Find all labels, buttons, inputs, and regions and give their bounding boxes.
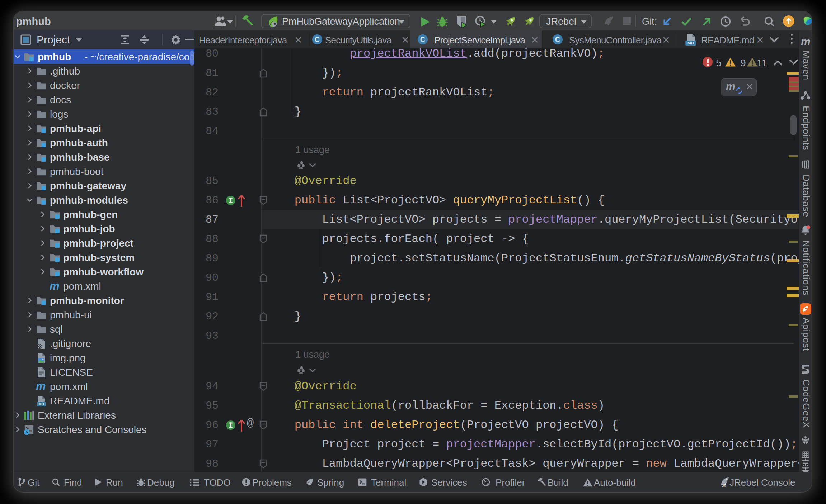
svg-text:MD: MD (687, 41, 694, 45)
svg-text:C: C (420, 35, 425, 43)
svg-text:C: C (315, 35, 320, 43)
svg-text:C: C (555, 35, 560, 43)
svg-text:JR: JR (722, 484, 727, 488)
svg-text:MD: MD (38, 402, 44, 406)
